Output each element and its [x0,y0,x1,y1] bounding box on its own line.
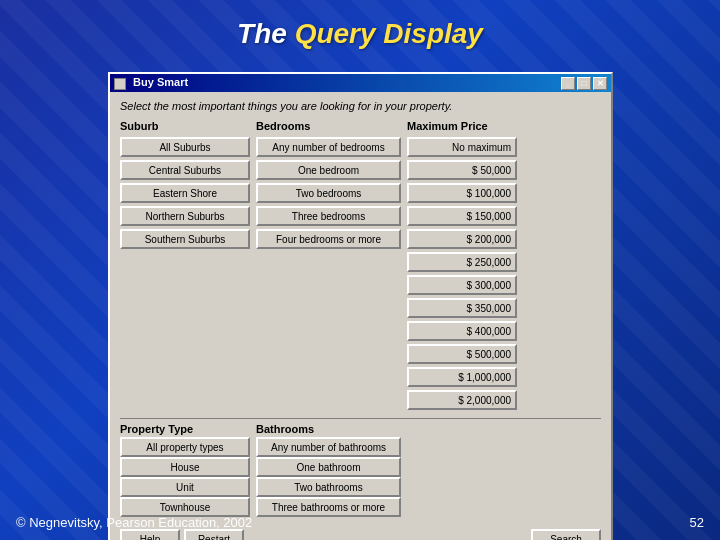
close-button[interactable]: ✕ [593,77,607,90]
search-button[interactable]: Search [531,529,601,540]
price-header: Maximum Price [407,120,517,132]
suburb-southern[interactable]: Southern Suburbs [120,229,250,249]
bathrooms-three-plus[interactable]: Three bathrooms or more [256,497,401,517]
price-1m[interactable]: $ 1,000,000 [407,367,517,387]
price-300k[interactable]: $ 300,000 [407,275,517,295]
price-200k[interactable]: $ 200,000 [407,229,517,249]
app-icon [114,78,126,90]
bathrooms-two[interactable]: Two bathrooms [256,477,401,497]
suburb-column: Suburb All Suburbs Central Suburbs Easte… [120,120,250,410]
bedrooms-three[interactable]: Three bedrooms [256,206,401,226]
window-controls: _ □ ✕ [561,77,607,90]
footer-left-buttons: Help Restart [120,529,244,540]
price-350k[interactable]: $ 350,000 [407,298,517,318]
proptype-column: Property Type All property types House U… [120,423,250,517]
bedrooms-two[interactable]: Two bedrooms [256,183,401,203]
bedrooms-one[interactable]: One bedroom [256,160,401,180]
window-body: Select the most important things you are… [110,92,611,540]
maximize-button[interactable]: □ [577,77,591,90]
price-400k[interactable]: $ 400,000 [407,321,517,341]
price-250k[interactable]: $ 250,000 [407,252,517,272]
proptype-unit[interactable]: Unit [120,477,250,497]
price-100k[interactable]: $ 100,000 [407,183,517,203]
proptype-townhouse[interactable]: Townhouse [120,497,250,517]
page-title: The Query Display [0,0,720,60]
copyright-text: © Negnevitsky, Pearson Education, 2002 [16,515,252,530]
bathrooms-column: Bathrooms Any number of bathrooms One ba… [256,423,401,517]
price-50k[interactable]: $ 50,000 [407,160,517,180]
title-bar: Buy Smart _ □ ✕ [110,74,611,92]
suburb-header: Suburb [120,120,250,132]
page-title-italic: Query Display [295,18,483,49]
suburb-eastern[interactable]: Eastern Shore [120,183,250,203]
minimize-button[interactable]: _ [561,77,575,90]
bedrooms-header: Bedrooms [256,120,401,132]
top-section: Suburb All Suburbs Central Suburbs Easte… [120,120,601,410]
application-window: Buy Smart _ □ ✕ Select the most importan… [108,72,613,540]
bedrooms-column: Bedrooms Any number of bedrooms One bedr… [256,120,401,410]
bathrooms-any[interactable]: Any number of bathrooms [256,437,401,457]
bedrooms-any[interactable]: Any number of bedrooms [256,137,401,157]
help-button[interactable]: Help [120,529,180,540]
bottom-section: Property Type All property types House U… [120,423,601,517]
page-number: 52 [690,515,704,530]
suburb-central[interactable]: Central Suburbs [120,160,250,180]
price-no-max[interactable]: No maximum [407,137,517,157]
footer-right-buttons: Search [531,529,601,540]
bathrooms-header: Bathrooms [256,423,401,435]
bedrooms-four-plus[interactable]: Four bedrooms or more [256,229,401,249]
price-150k[interactable]: $ 150,000 [407,206,517,226]
suburb-northern[interactable]: Northern Suburbs [120,206,250,226]
proptype-house[interactable]: House [120,457,250,477]
section-divider [120,418,601,419]
price-500k[interactable]: $ 500,000 [407,344,517,364]
restart-button[interactable]: Restart [184,529,244,540]
window-title: Buy Smart [114,76,188,89]
instruction-text: Select the most important things you are… [120,100,601,112]
price-2m[interactable]: $ 2,000,000 [407,390,517,410]
suburb-all[interactable]: All Suburbs [120,137,250,157]
bathrooms-one[interactable]: One bathroom [256,457,401,477]
proptype-all[interactable]: All property types [120,437,250,457]
proptype-header: Property Type [120,423,250,435]
price-column: Maximum Price No maximum $ 50,000 $ 100,… [407,120,517,410]
